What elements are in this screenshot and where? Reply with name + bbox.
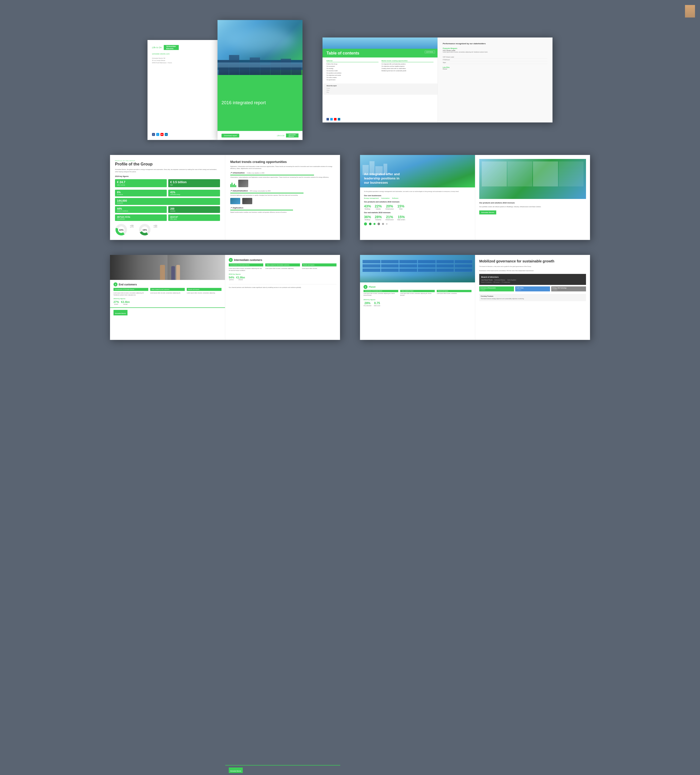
toc-header-image: Table of contents EDITORIAL	[322, 38, 438, 58]
stat-emp-label: employees	[117, 202, 218, 204]
twitter-icon[interactable]: t	[156, 133, 159, 136]
offer-right-text: Our products and solutions 2016 revenues…	[479, 201, 586, 215]
toc-sky	[322, 38, 438, 49]
board-member-1: Jean-Pascal Tricoire	[481, 279, 492, 281]
customers-cols-1: Commitments of Schneider Electric Lorem …	[113, 288, 222, 296]
governance-solar-image	[360, 255, 475, 283]
pie-legend-item-4: ● 29%	[153, 226, 157, 228]
key-fig-3-label: partners	[229, 279, 234, 280]
offer-dots-row	[364, 223, 471, 225]
server-room-bg	[110, 255, 168, 280]
profile-row4: 467121 tCO₂ CO₂ reduction 22.8 m² office…	[115, 215, 220, 221]
toc-item-8: Our governance	[327, 79, 378, 81]
solar-cell-7	[362, 264, 380, 268]
toc-footer	[327, 118, 433, 120]
customers-footer: Schneider Electric	[110, 308, 225, 318]
committee-audit-title: Audit & Risks	[516, 288, 549, 289]
governance-cols: Commitments of Schneider Electric Lorem …	[363, 290, 472, 296]
cover-green-bar: 2016 integrated report	[218, 75, 302, 131]
linkedin-icon[interactable]: in	[165, 133, 168, 136]
facebook-icon[interactable]: f	[152, 133, 155, 136]
solar-cell-15	[399, 268, 417, 272]
key-figs-title-2: 2016 Key figures	[229, 273, 337, 275]
offer-left-page: An integrated offer and leadership posit…	[360, 155, 475, 240]
offer-stat-22-val: 22%	[375, 204, 382, 208]
toc-about-col1: Scope What Why	[327, 87, 330, 93]
board-roles: Board of 13 directors — 46% women — 77% …	[481, 282, 584, 283]
download-button[interactable]: Download report	[222, 134, 239, 138]
pie-chart-1: 43%	[115, 223, 128, 237]
offer-stat-15-val: 15%	[397, 204, 404, 208]
stat-rd-label: R&D	[170, 184, 218, 186]
inter-col-text-2: Lorem ipsum dolor sit amet, consectetur …	[265, 268, 300, 269]
toc-li[interactable]	[338, 118, 340, 120]
city-bar-1	[230, 184, 231, 187]
gov-kf-2: 0.75 index score	[374, 301, 380, 306]
dig-label: ↗ Digitization	[230, 207, 335, 209]
toc-item-12: Mobilized governance for sustainable gro…	[382, 70, 433, 72]
offer-content-area: As the global specialist in energy manag…	[360, 188, 475, 228]
offer-stat-20-val: 20%	[385, 204, 393, 208]
key-fig-row-2: 54% partners €1.8bn channel	[229, 276, 337, 280]
customers-content-area: 2 End customers Commitments of Schneider…	[110, 280, 225, 308]
dot-3	[373, 223, 375, 225]
board-members-row: Jean-Pascal Tricoire Emmanuel Babeau Cat…	[481, 279, 584, 281]
forming-text: The board ensures strategy alignment and…	[481, 298, 585, 299]
profile-section-label: PROFILE OF THE GROUP	[115, 160, 220, 161]
back-website[interactable]: schneider-electric.com	[152, 53, 213, 55]
youtube-icon[interactable]: ▶	[160, 133, 163, 136]
toc-avatar	[685, 5, 695, 18]
stat-revenue-value: € 24.7	[117, 181, 165, 184]
pie-legend-item-2: ● 27%	[130, 226, 133, 228]
stat-m2: 22.8 m² office space	[168, 215, 220, 221]
offer-endmarkets-stats: 36% Buildings 28% Industries 21% Infrast…	[364, 215, 471, 220]
stat-co2-label: CO₂ reduction	[117, 218, 165, 220]
stat-m2-val: 22.8 m²	[170, 216, 218, 218]
toc-yt[interactable]	[334, 118, 337, 120]
toc-tw[interactable]	[330, 118, 333, 120]
key-fig-2-label: savings	[121, 303, 130, 305]
inter-col-text-3: Lorem ipsum dolor sit amet.	[302, 268, 337, 269]
toc-section-1: Editorial	[327, 60, 378, 62]
dig-sub: Digital transformation enables new busin…	[230, 211, 335, 213]
solar-cell-14	[381, 268, 399, 272]
solar-cell-1	[362, 260, 380, 263]
row-1: Life Is On SchneiderElectric schneider-e…	[0, 20, 700, 140]
urb-icons	[230, 180, 335, 187]
inter-col-1: Commitments of Schneider Electric Lorem …	[229, 263, 263, 271]
urb-detail: → 6 billion city dwellers in 2050	[245, 172, 265, 174]
customers-section-num-3: 3 Intermediate customers	[229, 258, 337, 262]
dot-1	[364, 223, 367, 225]
toc-col-right: Market trends creating opportunities An …	[382, 60, 433, 81]
stat-p2-val: 41%	[170, 191, 218, 194]
board-member-2: Emmanuel Babeau	[495, 279, 505, 281]
offer-stat-43-val: 43%	[364, 204, 371, 208]
customers-col-3: Results and impacts Lorem ipsum dolor si…	[187, 288, 222, 296]
offer-right-detail: Our portfolio covers all critical system…	[479, 205, 586, 208]
ind-detail: →40% energy consumption by 2050	[248, 190, 271, 192]
back-logo-area: Life Is On SchneiderElectric	[152, 45, 213, 50]
stat-p4-val: 200	[170, 208, 218, 210]
cover-front: 2016 integrated report Download report L…	[218, 20, 302, 140]
toc-item-6: Our objectives and results	[327, 74, 378, 77]
stat-rd: € 3.5 billion R&D	[168, 179, 220, 188]
board-title: Board of directors	[481, 276, 584, 278]
pie-legend-2: ● 43% ● 29%	[153, 225, 157, 237]
toc-editorial-badge: EDITORIAL	[425, 51, 435, 53]
city-icon-1	[230, 180, 236, 187]
end-stat-15-label: Data centers	[397, 219, 405, 220]
offer-businesses-row: Energy management Automation Software	[364, 198, 471, 199]
toc-item-9: An integrated offer and leadership posit…	[382, 63, 433, 65]
customers-right-page: 3 Intermediate customers Commitments of …	[225, 255, 340, 340]
key-fig-row-1: 27% growth €2.4bn savings	[113, 300, 222, 305]
stat-p3-label: women in workforce	[117, 210, 165, 212]
solar-cell-2	[381, 260, 399, 263]
offer-city-grid	[482, 161, 583, 186]
city-bar-4	[234, 184, 235, 187]
committee-strategy-title: Strategy, CSR, Technology	[552, 288, 585, 289]
toc-about-content: Scope What Why	[327, 87, 433, 93]
governance-spread: 6 Planet Commitments of Schneider Electr…	[360, 255, 590, 340]
ind-icons	[230, 198, 335, 204]
toc-performance-title: Performance recognized by our stakeholde…	[443, 43, 548, 45]
toc-fb[interactable]	[327, 118, 329, 120]
